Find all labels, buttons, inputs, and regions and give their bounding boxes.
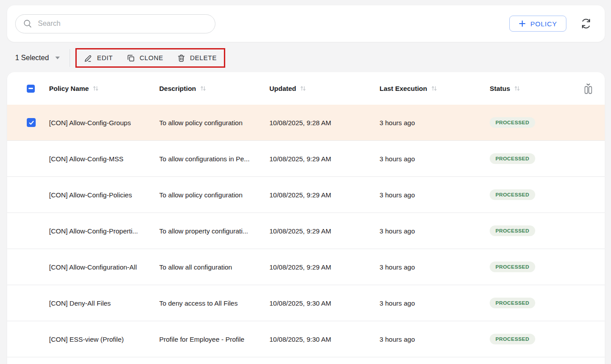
columns-icon xyxy=(582,82,594,95)
table-row[interactable]: [CON] Allow-Config-MSS To allow configur… xyxy=(7,141,605,177)
status-cell: PROCESSED xyxy=(490,298,574,308)
table-row[interactable]: [CON] ESS-view (Profile) Profile for Emp… xyxy=(7,321,605,357)
table-row[interactable]: [CON] Deny-All Files To deny access to A… xyxy=(7,285,605,321)
table-row[interactable]: [CON] Allow-Config-Policies To allow pol… xyxy=(7,177,605,213)
pencil-icon xyxy=(84,53,93,63)
status-cell: PROCESSED xyxy=(490,117,574,128)
last-execution-cell: 3 hours ago xyxy=(380,191,490,199)
selection-toolbar: 1 Selected EDIT CLONE xyxy=(7,48,604,68)
delete-label: DELETE xyxy=(190,54,217,61)
column-header-policy-name[interactable]: Policy Name xyxy=(49,85,159,92)
column-header-last-execution[interactable]: Last Execution xyxy=(380,85,490,92)
column-header-updated[interactable]: Updated xyxy=(269,85,380,92)
status-cell: PROCESSED xyxy=(490,225,574,236)
status-cell: PROCESSED xyxy=(490,153,574,164)
updated-cell: 10/08/2025, 9:29 AM xyxy=(269,191,380,199)
updated-cell: 10/08/2025, 9:29 AM xyxy=(269,155,380,163)
clone-button[interactable]: CLONE xyxy=(126,53,163,63)
status-badge: PROCESSED xyxy=(490,153,535,164)
column-settings-cell xyxy=(574,82,605,95)
table-row[interactable]: [CON] Allow-Configuration-All To allow a… xyxy=(7,249,605,285)
clone-label: CLONE xyxy=(140,54,163,61)
last-execution-cell: 3 hours ago xyxy=(380,335,490,343)
header-checkbox-cell xyxy=(7,85,49,93)
selected-count-dropdown[interactable]: 1 Selected xyxy=(7,54,60,62)
description-cell: To allow policy configuration xyxy=(159,191,269,199)
updated-cell: 10/08/2025, 9:30 AM xyxy=(269,299,380,307)
sort-icon[interactable] xyxy=(300,85,306,92)
table-row[interactable]: [CON] Allow-Config-Properti... To allow … xyxy=(7,213,605,249)
policy-name-cell: [CON] ESS-view (Profile) xyxy=(49,335,159,343)
status-badge: PROCESSED xyxy=(490,298,535,308)
search-icon xyxy=(23,19,33,29)
status-badge: PROCESSED xyxy=(490,189,535,200)
search-input[interactable] xyxy=(38,20,208,28)
updated-cell: 10/08/2025, 9:29 AM xyxy=(269,263,380,271)
updated-cell: 10/08/2025, 9:29 AM xyxy=(269,227,380,235)
toolbar-divider xyxy=(70,49,70,67)
policy-name-header-label: Policy Name xyxy=(49,85,89,92)
last-execution-cell: 3 hours ago xyxy=(380,263,490,271)
updated-header-label: Updated xyxy=(269,85,296,92)
row-checkbox-checked[interactable] xyxy=(27,118,36,127)
edit-button[interactable]: EDIT xyxy=(84,53,113,63)
status-badge: PROCESSED xyxy=(490,262,535,272)
row-checkbox-cell xyxy=(7,118,49,127)
policy-name-cell: [CON] Deny-All Files xyxy=(49,299,159,307)
policy-name-cell: [CON] Allow-Configuration-All xyxy=(49,263,159,271)
status-badge: PROCESSED xyxy=(490,334,535,344)
bulk-actions-annotation-box: EDIT CLONE DELETE xyxy=(75,48,225,68)
status-badge: PROCESSED xyxy=(490,117,535,128)
last-execution-cell: 3 hours ago xyxy=(380,227,490,235)
description-cell: To allow configurations in Pe... xyxy=(159,155,269,163)
copy-icon xyxy=(126,53,136,63)
status-header-label: Status xyxy=(490,85,510,92)
refresh-icon xyxy=(580,17,592,30)
manage-columns-button[interactable] xyxy=(582,82,594,95)
last-execution-cell: 3 hours ago xyxy=(380,299,490,307)
description-cell: To allow all configuration xyxy=(159,263,269,271)
last-execution-header-label: Last Execution xyxy=(380,85,427,92)
sort-icon[interactable] xyxy=(200,85,206,92)
chevron-down-icon xyxy=(55,57,60,59)
status-cell: PROCESSED xyxy=(490,262,574,272)
search-input-wrap[interactable] xyxy=(15,14,215,33)
policy-name-cell: [CON] Allow-Config-Groups xyxy=(49,119,159,127)
updated-cell: 10/08/2025, 9:30 AM xyxy=(269,335,380,343)
column-header-status[interactable]: Status xyxy=(490,85,574,92)
table-row[interactable]: [CON] Allow-Config-Groups To allow polic… xyxy=(7,105,605,141)
refresh-button[interactable] xyxy=(578,16,594,32)
status-badge: PROCESSED xyxy=(490,225,535,236)
description-cell: To deny access to All Files xyxy=(159,299,269,307)
policy-name-cell: [CON] Allow-Config-Policies xyxy=(49,191,159,199)
description-cell: To allow property configurati... xyxy=(159,227,269,235)
sort-icon[interactable] xyxy=(431,85,438,92)
selected-count-label: 1 Selected xyxy=(15,54,49,62)
last-execution-cell: 3 hours ago xyxy=(380,119,490,127)
column-header-description[interactable]: Description xyxy=(159,85,269,92)
table-header-row: Policy Name Description Updated xyxy=(7,72,605,105)
status-cell: PROCESSED xyxy=(490,189,574,200)
status-cell: PROCESSED xyxy=(490,334,574,344)
description-cell: Profile for Employee - Profile xyxy=(159,335,269,343)
description-cell: To allow policy configuration xyxy=(159,119,269,127)
policy-name-cell: [CON] Allow-Config-MSS xyxy=(49,155,159,163)
add-policy-label: POLICY xyxy=(530,20,557,28)
plus-icon xyxy=(519,20,526,27)
last-execution-cell: 3 hours ago xyxy=(380,155,490,163)
add-policy-button[interactable]: POLICY xyxy=(509,16,566,32)
policy-name-cell: [CON] Allow-Config-Properti... xyxy=(49,227,159,235)
delete-button[interactable]: DELETE xyxy=(177,53,217,63)
select-all-checkbox[interactable] xyxy=(27,85,35,93)
trash-icon xyxy=(177,53,186,63)
policies-table-card: Policy Name Description Updated xyxy=(7,72,605,364)
description-header-label: Description xyxy=(159,85,196,92)
edit-label: EDIT xyxy=(97,54,113,61)
updated-cell: 10/08/2025, 9:28 AM xyxy=(269,119,380,127)
sort-icon[interactable] xyxy=(514,85,520,92)
sort-icon[interactable] xyxy=(92,85,99,92)
search-toolbar-card: POLICY xyxy=(7,5,605,42)
